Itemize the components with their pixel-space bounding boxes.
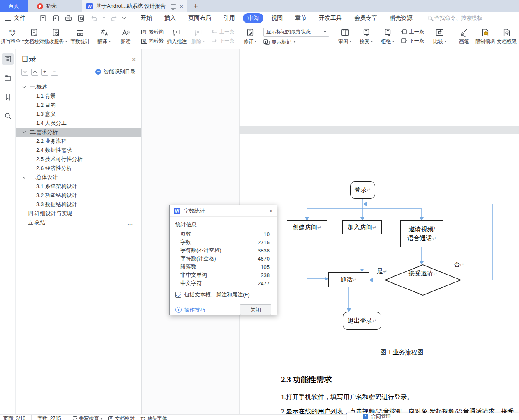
include-textbox-checkbox[interactable]: 包括文本框、脚注和尾注(F) bbox=[175, 291, 277, 298]
toc-collapse-up-button[interactable] bbox=[31, 69, 38, 76]
prev-change-button[interactable]: 上一条 bbox=[401, 28, 424, 35]
toc-item[interactable]: 四.详细设计与实现 bbox=[16, 209, 141, 218]
toc-expand-down-button[interactable] bbox=[21, 69, 28, 76]
undo-icon[interactable] bbox=[90, 14, 98, 22]
smart-toc-button[interactable]: 智能识别目录 bbox=[95, 68, 136, 76]
document-page-3[interactable]: 登录↵ 创建房间↵ 加入房间↵ 邀请视频/语音通话↵ 通话↵ 接受邀请↵ 退出登… bbox=[239, 134, 519, 414]
reject-button[interactable]: 拒绝 bbox=[377, 28, 399, 45]
print-icon[interactable] bbox=[65, 14, 72, 22]
menu-dev-tools[interactable]: 开发工具 bbox=[314, 13, 346, 23]
document-tab[interactable]: W 基于Androi...助系统 设计报告 bbox=[82, 0, 187, 12]
toc-item[interactable]: 1.2 目的 bbox=[16, 101, 141, 110]
doc-permission-button[interactable]: 文档权限 bbox=[496, 28, 517, 45]
show-markup-button[interactable]: 显示标记 bbox=[263, 39, 329, 46]
spellcheck-toggle[interactable]: 拼写检查 bbox=[73, 415, 103, 420]
menu-view[interactable]: 视图 bbox=[267, 13, 287, 23]
redo-icon[interactable] bbox=[110, 14, 118, 22]
toc-item[interactable]: 五.总结... bbox=[16, 218, 141, 227]
review-pane-button[interactable]: 审阅 bbox=[334, 28, 356, 45]
word-count-button[interactable]: 字数统计 bbox=[69, 28, 91, 45]
toc-item[interactable]: 3.3 数据结构设计 bbox=[16, 200, 141, 209]
flow-node-call[interactable]: 通话↵ bbox=[328, 272, 369, 287]
stats-section-label: 统计信息 bbox=[175, 221, 197, 228]
flow-label-no: 否↵ bbox=[454, 261, 464, 269]
contract-manager-popup[interactable]: 合同管理 bbox=[347, 413, 519, 420]
menu-page-layout[interactable]: 页面布局 bbox=[184, 13, 216, 23]
flow-node-login[interactable]: 登录↵ bbox=[350, 181, 375, 199]
menu-section[interactable]: 章节 bbox=[291, 13, 311, 23]
caret-icon bbox=[254, 41, 257, 42]
menu-reference[interactable]: 引用 bbox=[219, 13, 240, 23]
print-preview-icon[interactable] bbox=[77, 14, 85, 22]
flow-node-create-room[interactable]: 创建房间↵ bbox=[287, 220, 327, 234]
toc-item-selected[interactable]: 二.需求分析 bbox=[16, 128, 141, 137]
proof-toggle[interactable]: 文档校对 bbox=[108, 415, 134, 420]
translate-button[interactable]: 翻译 bbox=[94, 28, 115, 45]
menu-docer-res[interactable]: 稻壳资源 bbox=[385, 13, 417, 23]
flow-node-invite[interactable]: 邀请视频/语音通话↵ bbox=[400, 220, 443, 247]
trad-to-simp-button[interactable]: 繁转简 bbox=[141, 28, 164, 35]
new-tab-button[interactable]: + bbox=[187, 0, 204, 12]
markup-state-select[interactable]: 显示标记的最终状态 bbox=[263, 28, 329, 37]
insert-comment-button[interactable]: 插入批注 bbox=[166, 28, 187, 45]
toc-close-icon[interactable] bbox=[132, 56, 136, 62]
caret-icon bbox=[392, 41, 394, 42]
restrict-edit-button[interactable]: 限制编辑 bbox=[475, 28, 496, 45]
next-comment-button[interactable]: 下一条 bbox=[211, 37, 234, 44]
dialog-title: 字数统计 bbox=[184, 207, 266, 215]
chapter-nav-button[interactable] bbox=[2, 72, 14, 84]
flow-node-logout[interactable]: 退出登录↵ bbox=[343, 312, 381, 330]
more-icon[interactable]: ... bbox=[127, 220, 133, 226]
prev-comment-button[interactable]: 上一条 bbox=[211, 28, 234, 35]
home-tab[interactable]: 首页 bbox=[0, 0, 28, 12]
flow-node-join-room[interactable]: 加入房间↵ bbox=[342, 220, 382, 234]
docer-tab[interactable]: 稻壳 bbox=[28, 0, 82, 12]
correction-service-button[interactable]: 批改服务 bbox=[45, 28, 67, 45]
bookmark-panel-button[interactable] bbox=[2, 91, 14, 103]
toc-expand-all-button[interactable] bbox=[41, 69, 48, 76]
simp-to-trad-button[interactable]: 简转繁 bbox=[141, 37, 164, 44]
menu-review[interactable]: 审阅 bbox=[243, 13, 263, 23]
toc-item[interactable]: 3.2 功能结构设计 bbox=[16, 191, 141, 200]
tips-link[interactable]: 操作技巧 bbox=[175, 306, 205, 314]
compare-button[interactable]: 比较 bbox=[429, 28, 450, 45]
toc-item[interactable]: 2.6 经济性分析 bbox=[16, 164, 141, 173]
toc-collapse-all-button[interactable] bbox=[51, 69, 58, 76]
toc-item[interactable]: 三.总体设计 bbox=[16, 173, 141, 182]
spell-check-button[interactable]: 拼写检查 bbox=[2, 28, 23, 45]
toc-item[interactable]: 3.1 系统架构设计 bbox=[16, 182, 141, 191]
document-page-2[interactable] bbox=[239, 49, 519, 126]
toc-item[interactable]: 2.4 数据性需求 bbox=[16, 146, 141, 155]
accept-button[interactable]: 接受 bbox=[356, 28, 377, 45]
save-icon[interactable] bbox=[39, 14, 47, 22]
word-count-indicator[interactable]: 字数: 2715 bbox=[37, 415, 61, 420]
close-button[interactable]: 关闭 bbox=[240, 304, 271, 315]
file-menu-button[interactable]: 文件 bbox=[0, 14, 30, 22]
toc-item[interactable]: 2.5 技术可行性分析 bbox=[16, 155, 141, 164]
export-icon[interactable] bbox=[52, 14, 60, 22]
read-aloud-button[interactable]: 朗读 bbox=[115, 28, 136, 45]
page-indicator[interactable]: 页面: 3/10 bbox=[3, 415, 25, 420]
toc-item[interactable]: 1.3 意义 bbox=[16, 110, 141, 119]
toc-panel-button[interactable] bbox=[2, 53, 14, 65]
undo-caret-icon[interactable] bbox=[103, 17, 105, 19]
dialog-close-icon[interactable] bbox=[269, 208, 273, 214]
toc-item[interactable]: 1.4 人员分工 bbox=[16, 119, 141, 128]
delete-comment-button[interactable]: 删除 bbox=[187, 28, 209, 45]
menu-start[interactable]: 开始 bbox=[136, 13, 157, 23]
close-icon[interactable] bbox=[180, 3, 183, 9]
find-panel-button[interactable] bbox=[2, 110, 14, 122]
toc-item[interactable]: 2.2 业务流程 bbox=[16, 137, 141, 146]
dialog-title-bar[interactable]: W 字数统计 bbox=[170, 205, 277, 217]
toc-item[interactable]: 1.1 背景 bbox=[16, 92, 141, 101]
command-search-input[interactable]: 查找命令、搜索模板 bbox=[428, 14, 482, 22]
menu-member[interactable]: 会员专享 bbox=[350, 13, 382, 23]
track-changes-button[interactable]: 修订 bbox=[240, 28, 261, 45]
ink-brush-button[interactable]: 画笔 bbox=[453, 28, 475, 45]
collapse-ribbon-icon[interactable] bbox=[122, 16, 126, 19]
missing-font-indicator[interactable]: 缺失字体 bbox=[140, 415, 167, 420]
menu-insert[interactable]: 插入 bbox=[160, 13, 180, 23]
next-change-button[interactable]: 下一条 bbox=[401, 37, 424, 44]
toc-item[interactable]: 一.概述 bbox=[16, 83, 141, 92]
doc-proof-button[interactable]: 文档校对 bbox=[23, 28, 45, 45]
